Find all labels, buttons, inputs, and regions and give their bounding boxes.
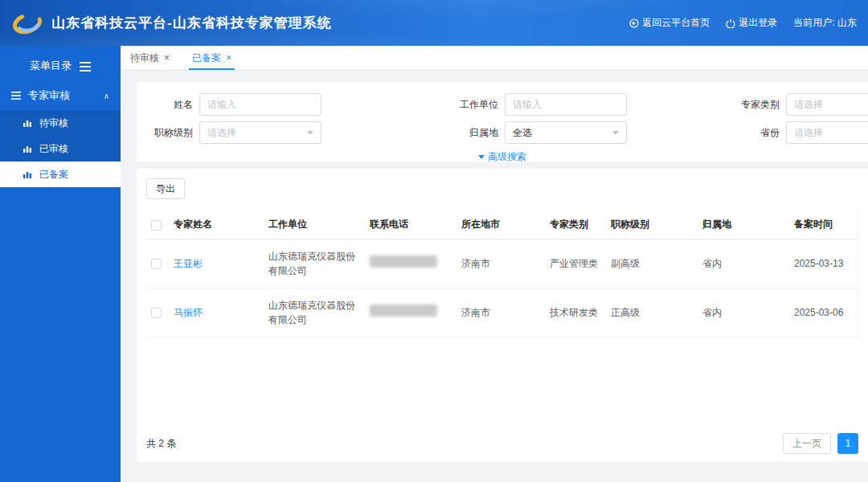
experts-table: 专家姓名 工作单位 联系电话 所在地市 专家类别 职称级别 归属地 备案时间 王… <box>146 210 858 337</box>
table-row: 马振怀山东德瑞克仪器股份有限公司济南市技术研发类正高级省内2025-03-06 <box>146 288 858 337</box>
select-placeholder: 请选择 <box>794 98 823 112</box>
advanced-search-link[interactable]: 高级搜索 <box>137 150 868 162</box>
filter-field-name: 姓名 <box>145 92 450 116</box>
tab-pending-review[interactable]: 待审核 × <box>130 46 170 70</box>
phone-redacted <box>370 255 437 268</box>
list-icon <box>11 91 21 100</box>
expert-name-link[interactable]: 马振怀 <box>174 307 203 318</box>
filter-field-expert-category: 专家类别 请选择 <box>731 92 868 116</box>
region-label: 归属地 <box>450 126 505 140</box>
filter-field-title-level: 职称级别 请选择 <box>145 120 450 145</box>
export-button[interactable]: 导出 <box>146 178 185 199</box>
sidebar-item-pending-review[interactable]: 待审核 <box>0 110 121 136</box>
sidebar-group-label: 专家审核 <box>28 88 70 103</box>
menu-fold-icon[interactable] <box>80 62 91 71</box>
chevron-down-icon <box>612 131 619 135</box>
name-input[interactable] <box>199 93 321 116</box>
cell-phone <box>363 288 455 337</box>
logout-label: 退出登录 <box>739 16 777 30</box>
table-footer: 共 2 条 上一页 1 <box>146 433 858 454</box>
sidebar-item-label: 待审核 <box>39 116 68 130</box>
col-expert-name: 专家姓名 <box>167 210 262 239</box>
app-header: 山东省科技云平台-山东省科技专家管理系统 返回云平台首页 退出登录 当前用户: … <box>0 0 868 46</box>
filter-field-company: 工作单位 <box>450 92 731 116</box>
sidebar-item-label: 已审核 <box>39 142 68 156</box>
cell-title_level: 正高级 <box>604 288 696 337</box>
select-all-checkbox[interactable] <box>151 220 162 231</box>
prev-page-button[interactable]: 上一页 <box>783 433 831 454</box>
select-placeholder: 请选择 <box>207 126 236 140</box>
table-row: 王亚彬山东德瑞克仪器股份有限公司济南市产业管理类副高级省内2025-03-13 <box>146 239 858 288</box>
total-count-label: 共 2 条 <box>146 437 176 451</box>
title-level-select[interactable]: 请选择 <box>199 121 321 144</box>
filter-panel: 姓名 工作单位 专家类别 请选择 职称级别 请选择 <box>137 82 868 162</box>
cell-expert-name: 王亚彬 <box>167 239 262 288</box>
col-title-level: 职称级别 <box>604 210 696 239</box>
phone-redacted <box>370 304 437 317</box>
pagination: 上一页 1 <box>783 433 858 454</box>
cell-phone <box>363 239 455 288</box>
col-phone: 联系电话 <box>363 210 455 239</box>
sidebar-item-filed[interactable]: 已备案 <box>0 161 121 187</box>
power-icon <box>726 18 735 28</box>
sidebar-item-reviewed[interactable]: 已审核 <box>0 136 121 161</box>
close-icon[interactable]: × <box>164 53 170 63</box>
sidebar-submenu: 待审核 已审核 已备案 <box>0 110 121 187</box>
company-input[interactable] <box>505 93 627 116</box>
app-logo-icon <box>11 7 43 39</box>
main-area: 待审核 × 已备案 × 姓名 工作单位 专家类别 请选择 <box>121 46 868 482</box>
return-icon <box>629 18 639 28</box>
bar-chart-icon <box>23 144 32 153</box>
expert-name-link[interactable]: 王亚彬 <box>174 258 203 269</box>
row-select-cell <box>146 239 167 288</box>
cell-company: 山东德瑞克仪器股份有限公司 <box>262 239 363 288</box>
select-placeholder: 请选择 <box>794 126 823 140</box>
return-home-label: 返回云平台首页 <box>642 16 710 30</box>
return-home-link[interactable]: 返回云平台首页 <box>629 16 710 30</box>
advanced-search-label: 高级搜索 <box>488 151 526 162</box>
logout-link[interactable]: 退出登录 <box>726 16 777 30</box>
col-category: 专家类别 <box>543 210 604 239</box>
filter-field-region: 归属地 全选 <box>450 120 731 145</box>
expert-category-label: 专家类别 <box>731 98 786 112</box>
region-select[interactable]: 全选 <box>505 121 627 144</box>
page-number-1[interactable]: 1 <box>837 433 858 454</box>
title-level-label: 职称级别 <box>145 126 199 140</box>
col-company: 工作单位 <box>262 210 363 239</box>
row-checkbox[interactable] <box>151 308 162 318</box>
tab-label: 已备案 <box>192 51 221 65</box>
table-panel: 导出 专家姓名 工作单位 联系电话 所在地市 专家类别 职称级别 归属地 备案时… <box>137 169 868 462</box>
name-label: 姓名 <box>145 98 199 112</box>
cell-title_level: 副高级 <box>604 239 696 288</box>
cell-region: 省内 <box>696 239 788 288</box>
cell-city: 济南市 <box>455 288 543 337</box>
tab-filed[interactable]: 已备案 × <box>192 46 231 70</box>
page-title: 山东省科技云平台-山东省科技专家管理系统 <box>51 14 332 32</box>
cell-date: 2025-03-13 <box>788 239 858 288</box>
col-region: 归属地 <box>696 210 788 239</box>
sidebar-item-label: 已备案 <box>39 168 68 182</box>
row-checkbox[interactable] <box>151 259 162 269</box>
chevron-down-icon <box>307 131 313 135</box>
cell-category: 产业管理类 <box>543 239 604 288</box>
table-header-row: 专家姓名 工作单位 联系电话 所在地市 专家类别 职称级别 归属地 备案时间 <box>146 210 858 239</box>
row-select-cell <box>146 288 167 337</box>
filter-field-province: 省份 请选择 <box>731 120 868 145</box>
bar-chart-icon <box>23 170 32 179</box>
cell-company: 山东德瑞克仪器股份有限公司 <box>262 288 363 337</box>
table-body: 王亚彬山东德瑞克仪器股份有限公司济南市产业管理类副高级省内2025-03-13马… <box>146 239 858 337</box>
province-label: 省份 <box>731 126 786 140</box>
tab-label: 待审核 <box>130 51 159 65</box>
province-select[interactable]: 请选择 <box>786 121 868 144</box>
cell-category: 技术研发类 <box>543 288 604 337</box>
cell-region: 省内 <box>696 288 788 337</box>
current-user-label: 当前用户: 山东 <box>793 16 857 30</box>
expert-category-select[interactable]: 请选择 <box>786 93 868 116</box>
cell-expert-name: 马振怀 <box>167 288 262 337</box>
tab-bar: 待审核 × 已备案 × <box>121 46 868 71</box>
close-icon[interactable]: × <box>226 53 231 63</box>
menu-directory[interactable]: 菜单目录 <box>0 51 121 81</box>
cell-city: 济南市 <box>455 239 543 288</box>
chevron-up-icon: ∧ <box>104 92 109 100</box>
sidebar-group-expert-review[interactable]: 专家审核 ∧ <box>0 81 121 110</box>
